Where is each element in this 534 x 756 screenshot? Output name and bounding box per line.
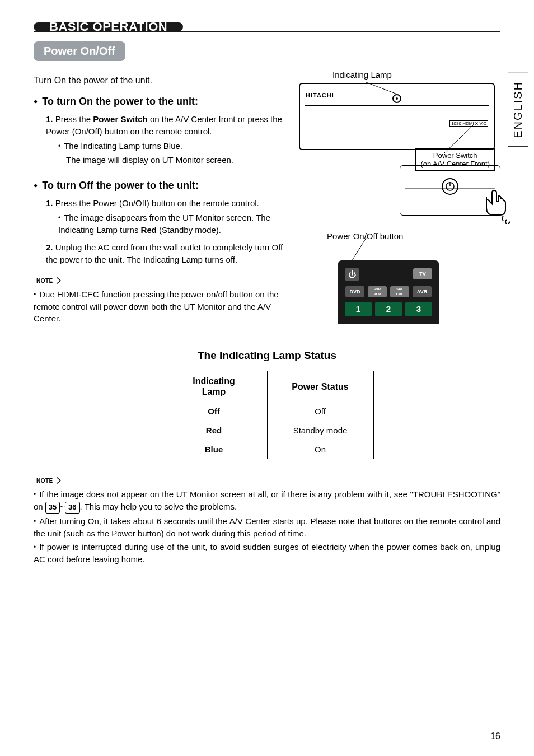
- turn-off-step-2: 2. Unplug the AC cord from the wall outl…: [46, 241, 292, 266]
- step-text: Unplug the AC cord from the wall outlet …: [46, 242, 283, 264]
- turn-off-step-1: 1. Press the Power (On/Off) button on th…: [46, 197, 292, 236]
- power-onoff-label: Power On/Off button: [327, 231, 403, 241]
- remote-num-3: 3: [405, 302, 432, 316]
- table-row: Blue On: [161, 440, 373, 459]
- remote-avr-button: AVR: [413, 286, 432, 297]
- intro-text: Turn On the power of the unit.: [34, 76, 292, 86]
- monitor-badge: 1080 HDMI X.V.C: [449, 120, 488, 127]
- section-header: BASIC OPERATION: [34, 22, 500, 32]
- step-text: Press the Power (On/Off) button on the r…: [55, 198, 259, 208]
- step-number: 1.: [46, 198, 53, 208]
- table-header-lamp: IndicatingLamp: [161, 371, 267, 402]
- step-text-bold: Power Switch: [93, 114, 148, 124]
- lamp-status-table: IndicatingLamp Power Status Off Off Red …: [161, 371, 374, 459]
- turn-on-step-1: 1. Press the Power Switch on the A/V Cen…: [46, 113, 292, 166]
- remote-pvr-button: PVR VCR: [368, 286, 387, 297]
- note-body: •If the image does not appear on the UT …: [34, 488, 500, 566]
- step-text: Press the: [55, 114, 93, 124]
- remote-num-1: 1: [345, 302, 372, 316]
- monitor-illustration: HITACHI 1080 HDMI X.V.C: [299, 83, 495, 150]
- remote-sat-button: SAT CBL: [390, 286, 409, 297]
- note-body: •Due HDMI-CEC function pressing the powe…: [34, 288, 292, 325]
- note-label: NOTE: [34, 277, 57, 284]
- step-number: 1.: [46, 114, 53, 124]
- turn-on-heading: To turn On the power to the unit:: [34, 96, 292, 108]
- table-row: Off Off: [161, 402, 373, 421]
- remote-num-2: 2: [375, 302, 402, 316]
- av-center-illustration: [400, 165, 500, 216]
- lamp-table-title: The Indicating Lamp Status: [34, 349, 500, 362]
- brand-label: HITACHI: [306, 92, 334, 99]
- page-number: 16: [490, 731, 500, 741]
- turn-off-heading: To turn Off the power to the unit:: [34, 180, 292, 192]
- indicating-lamp-label: Indicating Lamp: [332, 70, 500, 80]
- diagram-area: Indicating Lamp HITACHI 1080 HDMI X.V.C …: [299, 70, 500, 155]
- sub-bullet: The image will display on UT Monitor scr…: [66, 154, 292, 166]
- hand-pointer-icon: [475, 190, 514, 224]
- power-switch-icon: [442, 178, 458, 195]
- language-tab: ENGLISH: [508, 73, 528, 147]
- sub-bullet: •The Indicating Lamp turns Blue.: [58, 140, 292, 152]
- section-title: BASIC OPERATION: [34, 22, 183, 31]
- note-label: NOTE: [34, 477, 57, 484]
- table-header-status: Power Status: [267, 371, 373, 402]
- page-ref-35: 35: [45, 502, 60, 514]
- subsection-title: Power On/Off: [34, 41, 125, 61]
- step-number: 2.: [46, 242, 53, 252]
- sub-bullet: •The image disappears from the UT Monito…: [58, 212, 292, 236]
- page-ref-36: 36: [65, 502, 79, 514]
- table-row: Red Standby mode: [161, 421, 373, 440]
- remote-dvd-button: DVD: [345, 286, 364, 297]
- remote-tv-button: TV: [413, 268, 432, 279]
- remote-illustration: ⏻ TV DVD PVR VCR SAT CBL AVR 1 2 3: [338, 260, 439, 324]
- indicating-lamp-icon: [392, 94, 401, 103]
- remote-power-button: ⏻: [345, 268, 359, 281]
